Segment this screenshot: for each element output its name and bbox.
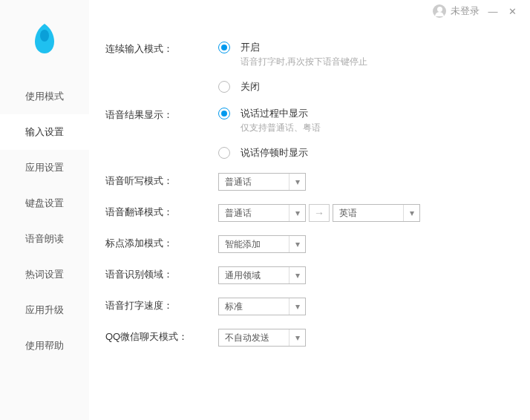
close-button[interactable]: ✕ (506, 6, 518, 17)
titlebar: 未登录 — ✕ (421, 0, 530, 22)
app-logo-icon (30, 21, 59, 56)
select-translate-to[interactable]: 英语 ▾ (333, 204, 420, 222)
svg-point-0 (40, 30, 49, 42)
select-speed[interactable]: 标准 ▾ (218, 298, 306, 315)
setting-label-translate: 语音翻译模式： (105, 204, 218, 219)
select-translate-from[interactable]: 普通话 ▾ (218, 204, 306, 222)
radio-icon (218, 42, 230, 53)
option-sublabel: 语音打字时,再次按下语音键停止 (241, 56, 367, 68)
select-value: 通用领域 (225, 269, 261, 282)
radio-icon (218, 81, 230, 93)
radio-icon (218, 147, 230, 159)
sidebar-item-keyboard-settings[interactable]: 键盘设置 (0, 186, 89, 221)
sidebar-item-hotwords[interactable]: 热词设置 (0, 257, 89, 292)
chevron-down-icon: ▾ (289, 205, 305, 221)
sidebar: 使用模式 输入设置 应用设置 键盘设置 语音朗读 热词设置 应用升级 使用帮助 (0, 0, 89, 420)
select-domain[interactable]: 通用领域 ▾ (218, 266, 306, 284)
sidebar-item-label: 热词设置 (25, 268, 64, 281)
option-label: 开启 (241, 41, 367, 54)
select-value: 普通话 (225, 176, 252, 188)
user-login-area[interactable]: 未登录 (433, 4, 480, 18)
sidebar-item-label: 应用升级 (25, 303, 64, 317)
setting-label-continuous: 连续输入模式： (105, 41, 218, 56)
select-value: 智能添加 (225, 238, 261, 251)
minimize-button[interactable]: — (487, 6, 499, 17)
option-label: 说话停顿时显示 (241, 146, 308, 160)
select-punctuation[interactable]: 智能添加 ▾ (218, 235, 306, 253)
select-value: 普通话 (225, 207, 252, 220)
chevron-down-icon: ▾ (289, 329, 305, 346)
select-qq-wechat[interactable]: 不自动发送 ▾ (218, 329, 306, 347)
settings-panel: 连续输入模式： 开启 语音打字时,再次按下语音键停止 关闭 语 (89, 0, 530, 420)
sidebar-item-app-settings[interactable]: 应用设置 (0, 150, 89, 186)
setting-label-speed: 语音打字速度： (105, 298, 218, 312)
chevron-down-icon: ▾ (289, 298, 305, 315)
sidebar-item-label: 使用帮助 (25, 339, 64, 352)
setting-label-punctuation: 标点添加模式： (105, 235, 218, 250)
sidebar-item-help[interactable]: 使用帮助 (0, 328, 89, 364)
sidebar-item-label: 键盘设置 (25, 197, 64, 210)
select-dictation-mode[interactable]: 普通话 ▾ (218, 173, 306, 191)
sidebar-item-usage-mode[interactable]: 使用模式 (0, 79, 89, 114)
option-continuous-on[interactable]: 开启 语音打字时,再次按下语音键停止 (218, 41, 367, 68)
chevron-down-icon: ▾ (403, 205, 419, 221)
radio-icon (218, 108, 230, 119)
login-status: 未登录 (451, 4, 480, 18)
sidebar-item-input-settings[interactable]: 输入设置 (0, 114, 89, 150)
setting-label-result-display: 语音结果显示： (105, 107, 218, 122)
sidebar-item-label: 输入设置 (25, 125, 64, 139)
option-continuous-off[interactable]: 关闭 (218, 80, 367, 93)
arrow-right-icon: → (309, 204, 330, 222)
setting-label-qq-wechat: QQ微信聊天模式： (105, 329, 218, 344)
setting-label-domain: 语音识别领域： (105, 266, 218, 281)
option-label: 关闭 (241, 80, 260, 93)
setting-label-dictation: 语音听写模式： (105, 173, 218, 188)
sidebar-item-label: 语音朗读 (25, 232, 64, 246)
chevron-down-icon: ▾ (289, 236, 305, 252)
option-display-pause[interactable]: 说话停顿时显示 (218, 146, 321, 160)
chevron-down-icon: ▾ (289, 174, 305, 190)
avatar-icon (433, 4, 446, 18)
chevron-down-icon: ▾ (289, 267, 305, 283)
sidebar-item-app-upgrade[interactable]: 应用升级 (0, 292, 89, 328)
select-value: 标准 (225, 301, 243, 313)
option-label: 说话过程中显示 (241, 107, 321, 120)
option-display-during[interactable]: 说话过程中显示 仅支持普通话、粤语 (218, 107, 321, 134)
sidebar-item-tts[interactable]: 语音朗读 (0, 221, 89, 257)
select-value: 不自动发送 (225, 332, 269, 344)
option-sublabel: 仅支持普通话、粤语 (241, 122, 321, 134)
select-value: 英语 (339, 207, 357, 220)
sidebar-item-label: 应用设置 (25, 161, 64, 174)
sidebar-item-label: 使用模式 (25, 90, 64, 103)
